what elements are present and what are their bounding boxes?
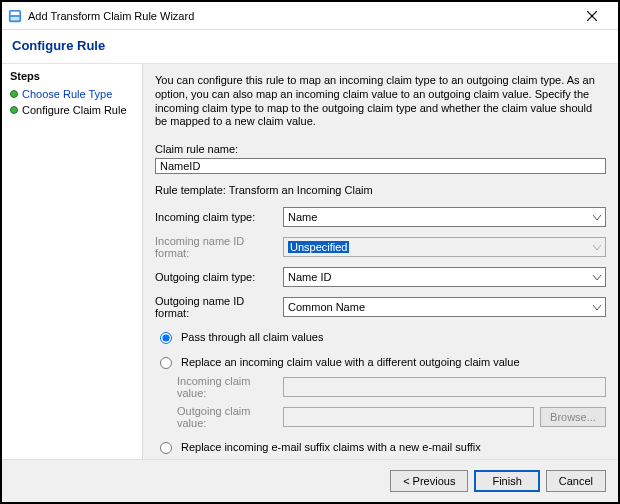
radio-label: Pass through all claim values (181, 331, 323, 343)
outgoing-claim-value-input (283, 407, 534, 427)
chevron-down-icon (593, 301, 601, 313)
chevron-down-icon (593, 271, 601, 283)
incoming-claim-value-input (283, 377, 606, 397)
radio-label: Replace incoming e-mail suffix claims wi… (181, 441, 481, 453)
outgoing-claim-type-label: Outgoing claim type: (155, 271, 275, 283)
step-bullet-icon (10, 106, 18, 114)
outgoing-name-id-format-select[interactable]: Common Name (283, 297, 606, 317)
cancel-button[interactable]: Cancel (546, 470, 606, 492)
wizard-window: Add Transform Claim Rule Wizard Configur… (2, 2, 618, 502)
steps-heading: Steps (10, 70, 134, 82)
wizard-footer: < Previous Finish Cancel (2, 459, 618, 502)
chevron-down-icon (593, 241, 601, 253)
radio-pass-through[interactable]: Pass through all claim values (155, 329, 606, 344)
radio-replace-suffix[interactable]: Replace incoming e-mail suffix claims wi… (155, 439, 606, 454)
close-button[interactable] (572, 4, 612, 28)
outgoing-name-id-format-label: Outgoing name ID format: (155, 295, 275, 319)
outgoing-claim-type-select[interactable]: Name ID (283, 267, 606, 287)
step-label: Configure Claim Rule (22, 104, 127, 116)
svg-rect-1 (11, 11, 20, 15)
radio-input[interactable] (160, 357, 172, 369)
wizard-header: Configure Rule (2, 30, 618, 64)
outgoing-claim-value-label: Outgoing claim value: (177, 405, 277, 429)
claim-rule-name-input[interactable] (155, 158, 606, 174)
incoming-claim-value-label: Incoming claim value: (177, 375, 277, 399)
incoming-claim-type-label: Incoming claim type: (155, 211, 275, 223)
browse-button: Browse... (540, 407, 606, 427)
incoming-claim-type-select[interactable]: Name (283, 207, 606, 227)
radio-input[interactable] (160, 442, 172, 454)
app-icon (8, 9, 22, 23)
radio-input[interactable] (160, 332, 172, 344)
chevron-down-icon (593, 211, 601, 223)
page-title: Configure Rule (12, 38, 608, 53)
incoming-name-id-format-label: Incoming name ID format: (155, 235, 275, 259)
main-panel: You can configure this rule to map an in… (142, 64, 618, 459)
claim-rule-name-label: Claim rule name: (155, 143, 606, 155)
steps-sidebar: Steps Choose Rule Type Configure Claim R… (2, 64, 142, 459)
step-bullet-icon (10, 90, 18, 98)
finish-button[interactable]: Finish (474, 470, 539, 492)
rule-template-label: Rule template: Transform an Incoming Cla… (155, 184, 606, 196)
close-icon (587, 11, 597, 21)
step-configure-claim-rule[interactable]: Configure Claim Rule (10, 102, 134, 118)
svg-rect-2 (11, 16, 20, 20)
step-choose-rule-type[interactable]: Choose Rule Type (10, 86, 134, 102)
radio-label: Replace an incoming claim value with a d… (181, 356, 520, 368)
description-text: You can configure this rule to map an in… (155, 74, 606, 129)
window-title: Add Transform Claim Rule Wizard (28, 10, 194, 22)
step-label: Choose Rule Type (22, 88, 112, 100)
titlebar: Add Transform Claim Rule Wizard (2, 2, 618, 30)
incoming-name-id-format-select: Unspecified (283, 237, 606, 257)
previous-button[interactable]: < Previous (390, 470, 468, 492)
radio-replace-value[interactable]: Replace an incoming claim value with a d… (155, 354, 606, 369)
